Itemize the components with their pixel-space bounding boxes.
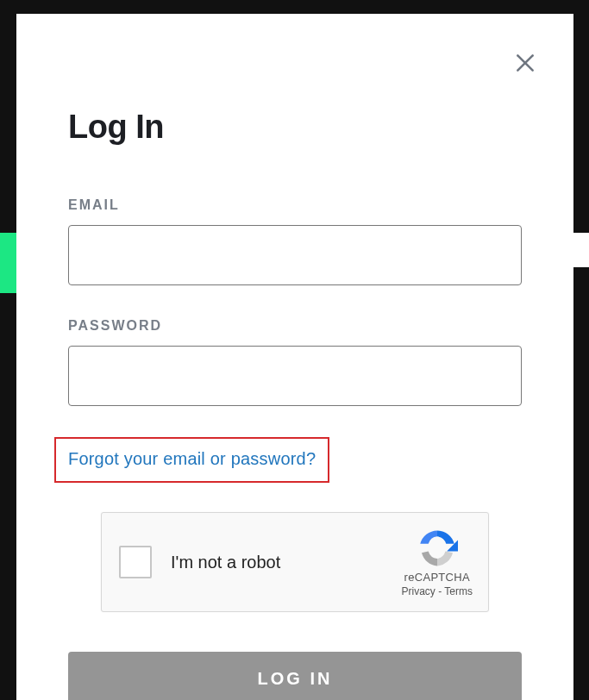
close-icon	[514, 52, 536, 74]
recaptcha-icon	[415, 528, 460, 569]
background-accent-right	[572, 233, 589, 267]
recaptcha-brand-text: reCAPTCHA	[402, 571, 473, 584]
email-label: EMAIL	[68, 197, 522, 213]
recaptcha-legal-links: Privacy - Terms	[402, 585, 473, 597]
password-input[interactable]	[68, 346, 522, 406]
password-label: PASSWORD	[68, 318, 522, 334]
recaptcha-separator: -	[435, 585, 444, 597]
login-modal: Log In EMAIL PASSWORD Forgot your email …	[16, 14, 573, 700]
recaptcha-checkbox[interactable]	[119, 546, 152, 578]
recaptcha-privacy-link[interactable]: Privacy	[402, 585, 435, 597]
recaptcha-label: I'm not a robot	[171, 553, 402, 572]
login-button[interactable]: LOG IN	[68, 652, 522, 700]
email-field-group: EMAIL	[68, 197, 522, 285]
forgot-email-password-link[interactable]: Forgot your email or password?	[68, 449, 316, 468]
recaptcha-terms-link[interactable]: Terms	[444, 585, 473, 597]
recaptcha-widget: I'm not a robot reCAPTCHA Privacy - Term…	[101, 512, 489, 612]
close-button[interactable]	[513, 52, 537, 76]
email-input[interactable]	[68, 225, 522, 285]
background-accent-left	[0, 233, 16, 293]
password-field-group: PASSWORD	[68, 318, 522, 406]
forgot-link-highlight: Forgot your email or password?	[54, 437, 329, 483]
modal-title: Log In	[68, 109, 522, 146]
recaptcha-branding: reCAPTCHA Privacy - Terms	[402, 528, 473, 597]
